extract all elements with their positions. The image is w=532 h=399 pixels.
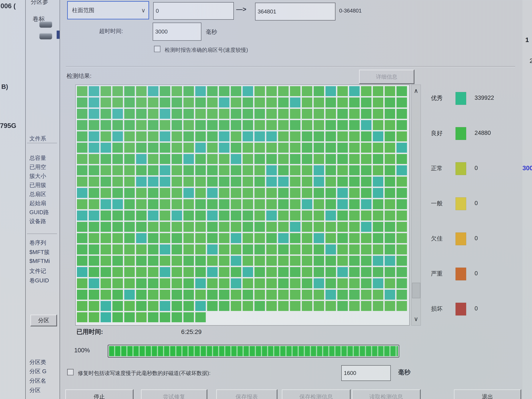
sector-cell <box>160 312 170 322</box>
sector-cell <box>314 199 324 209</box>
sector-cell <box>124 222 135 232</box>
sector-cell <box>314 256 324 266</box>
property-row: 起始扇 <box>29 200 60 207</box>
sector-cell <box>266 210 277 221</box>
try-repair-button[interactable]: 尝试修复 <box>141 389 207 399</box>
sector-cell <box>136 256 146 266</box>
sector-cell <box>361 301 372 311</box>
sector-cell <box>278 188 289 198</box>
sector-cell <box>266 109 277 119</box>
legend-swatch <box>456 197 466 210</box>
sector-cell <box>112 199 123 209</box>
sector-cell <box>136 244 146 254</box>
sector-cell <box>337 256 348 266</box>
sector-cell <box>112 222 123 232</box>
sector-cell <box>231 210 241 221</box>
details-button[interactable]: 详细信息 <box>359 70 414 84</box>
sector-cell <box>77 267 87 277</box>
exit-button[interactable]: 退出 <box>454 389 521 399</box>
sector-cell <box>361 267 372 277</box>
property-row: 分区名 <box>29 377 60 385</box>
sector-cell <box>361 278 372 288</box>
sector-cell <box>349 154 360 164</box>
sector-cell <box>124 86 135 96</box>
accurate-sector-checkbox[interactable] <box>154 46 160 52</box>
save-detection-info-button[interactable]: 保存检测信息 <box>282 389 350 399</box>
legend-row: 欠佳0 <box>426 234 527 249</box>
sector-cell <box>373 233 383 243</box>
sector-cell <box>302 301 312 311</box>
sector-cell <box>124 290 135 300</box>
range-type-dropdown[interactable]: 柱面范围 ∨ <box>67 1 149 19</box>
sector-cell <box>266 131 277 141</box>
sector-cell <box>396 290 407 300</box>
sector-cell <box>89 165 99 175</box>
read-detection-info-button[interactable]: 读取检测信息 <box>352 389 420 399</box>
sector-cell <box>314 165 324 175</box>
legend-swatch <box>456 303 466 316</box>
fragment-text: 2 <box>530 57 532 64</box>
sector-cell <box>325 154 336 164</box>
scroll-up-icon[interactable]: ∧ <box>412 87 421 95</box>
sector-cell <box>231 165 241 175</box>
sector-cell <box>278 267 289 277</box>
sector-cell <box>112 188 123 198</box>
sector-cell <box>361 165 372 175</box>
partition-button[interactable]: 分区 <box>31 315 57 326</box>
sector-cell <box>349 97 360 108</box>
sector-cell <box>136 97 146 108</box>
sector-cell <box>160 222 170 232</box>
property-row: 已用空 <box>29 163 60 171</box>
sector-cell <box>124 312 135 322</box>
sector-cell <box>254 222 265 232</box>
sector-cell <box>325 278 336 288</box>
sector-cell <box>373 120 383 130</box>
sector-cell <box>207 120 218 130</box>
sector-cell <box>243 154 253 164</box>
sector-cell <box>171 188 182 198</box>
sector-cell <box>325 97 336 108</box>
sector-cell <box>207 301 218 311</box>
sector-cell <box>136 301 146 311</box>
sector-cell <box>349 131 360 141</box>
sector-cell <box>207 188 218 198</box>
sector-cell <box>112 233 123 243</box>
sector-cell <box>373 267 383 277</box>
sector-cell <box>314 244 324 254</box>
save-report-button[interactable]: 保存报表 <box>216 389 277 399</box>
sector-cell <box>148 244 158 254</box>
panel-header-fragment: 分区参 <box>31 0 48 6</box>
sector-cell <box>207 143 218 153</box>
sector-cell <box>171 256 182 266</box>
range-to-input[interactable] <box>255 3 336 20</box>
sector-cell <box>325 131 336 141</box>
sector-cell <box>101 301 111 311</box>
sector-cell <box>219 199 229 209</box>
sector-cell <box>148 199 158 209</box>
legend-scrollbar[interactable]: ∧ ∨ <box>411 85 421 326</box>
sector-cell <box>302 256 312 266</box>
sector-cell <box>314 154 324 164</box>
sector-map-grid <box>75 85 410 326</box>
range-from-input[interactable] <box>153 2 234 20</box>
sector-cell <box>171 222 182 232</box>
sector-cell <box>243 301 253 311</box>
sector-cell <box>266 188 277 198</box>
stop-button[interactable]: 停止 <box>65 389 133 399</box>
repair-slow-tracks-checkbox[interactable] <box>67 369 74 375</box>
sector-cell <box>243 278 253 288</box>
timeout-input[interactable] <box>153 23 201 41</box>
scrollbar-thumb[interactable] <box>412 283 420 298</box>
sector-cell <box>325 244 336 254</box>
range-arrow: —> <box>236 6 246 13</box>
property-row: 文件记 <box>29 267 60 275</box>
sector-cell <box>77 86 87 96</box>
sector-cell <box>112 290 123 300</box>
fragment-text: 300 <box>522 165 532 172</box>
sector-cell <box>148 278 158 288</box>
scroll-down-icon[interactable]: ∨ <box>412 315 421 323</box>
sector-cell <box>207 267 218 277</box>
repair-threshold-input[interactable] <box>341 365 391 381</box>
sector-cell <box>89 256 99 266</box>
chevron-down-icon: ∨ <box>141 7 148 14</box>
